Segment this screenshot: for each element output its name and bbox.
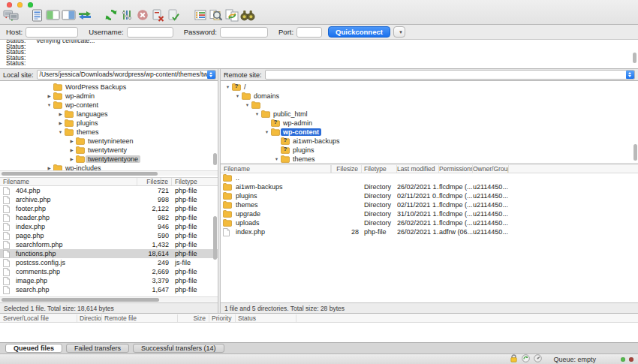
tree-row[interactable]: ▶ ? plugins bbox=[0, 119, 218, 128]
tree-row[interactable]: ▼ ? themes bbox=[221, 155, 638, 164]
column-header-owner-group[interactable]: Owner/Group bbox=[473, 165, 509, 173]
tree-row[interactable]: ▼ ? bbox=[221, 101, 638, 110]
remote-site-dropdown-icon[interactable] bbox=[626, 71, 634, 79]
column-header-size[interactable]: Size bbox=[178, 314, 209, 322]
username-input[interactable] bbox=[127, 27, 173, 38]
column-header-filename[interactable]: Filename ∧ bbox=[221, 165, 332, 173]
sync-status-icon[interactable] bbox=[522, 354, 530, 364]
expander-arrow-icon[interactable]: ▼ bbox=[56, 130, 65, 134]
queue-tab[interactable]: Successful transfers (14) bbox=[133, 344, 224, 353]
minimize-window-button[interactable] bbox=[17, 2, 23, 8]
column-header-remote-file[interactable]: Remote file bbox=[102, 314, 178, 322]
file-row[interactable]: plugins Directory 02/11/2021 0... flcdmp… bbox=[221, 191, 638, 200]
tree-row[interactable]: ▼ ? themes bbox=[0, 128, 218, 137]
file-row[interactable]: postcss.config.js 249 js-file bbox=[0, 258, 218, 267]
tree-row[interactable]: ▼ ? wp-content bbox=[221, 128, 638, 137]
remote-tree-vertical-scrollbar[interactable] bbox=[633, 144, 637, 161]
local-tree-vertical-scrollbar[interactable] bbox=[213, 153, 217, 165]
expander-arrow-icon[interactable]: ▶ bbox=[56, 121, 65, 125]
column-header-last-modified[interactable]: Last modified bbox=[397, 165, 439, 173]
host-input[interactable] bbox=[26, 27, 78, 38]
toggle-queue-icon[interactable] bbox=[77, 8, 92, 23]
tree-row[interactable]: ▶ ? wp-admin bbox=[0, 92, 218, 101]
file-row[interactable]: uploads Directory 26/02/2021 1... flcdmp… bbox=[221, 218, 638, 227]
tree-row[interactable]: ? ai1wm-backups bbox=[221, 137, 638, 146]
zoom-window-button[interactable] bbox=[28, 2, 33, 8]
remote-site-combo[interactable] bbox=[265, 70, 635, 80]
tree-row[interactable]: ▼ ? public_html bbox=[221, 110, 638, 119]
file-row[interactable]: search.php 1,647 php-file bbox=[0, 285, 218, 294]
close-window-button[interactable] bbox=[7, 2, 12, 8]
column-header-permissions[interactable]: Permissions bbox=[439, 165, 473, 173]
file-row[interactable]: image.php 3,379 php-file bbox=[0, 276, 218, 285]
cancel-icon[interactable] bbox=[134, 8, 150, 23]
quickconnect-dropdown-button[interactable]: ▼ bbox=[393, 26, 405, 38]
filter-icon[interactable] bbox=[192, 8, 208, 23]
queue-tab[interactable]: Queued files bbox=[5, 344, 62, 353]
disconnect-icon[interactable] bbox=[150, 8, 166, 23]
quickconnect-button[interactable]: Quickconnect bbox=[328, 26, 390, 38]
refresh-icon[interactable] bbox=[103, 8, 119, 23]
expander-arrow-icon[interactable]: ▼ bbox=[243, 103, 251, 107]
column-header-status[interactable]: Status bbox=[236, 314, 296, 322]
port-input[interactable] bbox=[296, 27, 322, 38]
column-header-filesize[interactable]: Filesize bbox=[137, 178, 172, 185]
expander-arrow-icon[interactable]: ▼ bbox=[272, 157, 281, 161]
tree-row[interactable]: ? WordPress Backups bbox=[0, 83, 218, 92]
file-row[interactable]: comments.php 2,669 php-file bbox=[0, 267, 218, 276]
file-row[interactable]: page.php 590 php-file bbox=[0, 231, 218, 240]
scrollbar-thumb[interactable] bbox=[2, 172, 158, 176]
expander-arrow-icon[interactable]: ▶ bbox=[68, 157, 76, 161]
file-row[interactable]: index.php 28 php-file 26/02/2021 1... ad… bbox=[221, 227, 638, 236]
local-list-horizontal-scrollbar[interactable] bbox=[0, 296, 218, 302]
toggle-remote-tree-icon[interactable] bbox=[61, 8, 77, 23]
expander-arrow-icon[interactable]: ▶ bbox=[56, 112, 65, 116]
encryption-lock-icon[interactable] bbox=[510, 354, 518, 364]
tree-row[interactable]: ▶ ? twentytwentyone bbox=[0, 155, 218, 164]
file-row[interactable]: functions.php 18,614 php-file bbox=[0, 249, 218, 258]
toggle-local-tree-icon[interactable] bbox=[45, 8, 61, 23]
column-header-filetype[interactable]: Filetype bbox=[172, 178, 218, 185]
toggle-log-icon[interactable] bbox=[29, 8, 45, 23]
directory-comparison-icon[interactable] bbox=[208, 8, 224, 23]
tree-row[interactable]: ? plugins bbox=[221, 146, 638, 155]
file-row[interactable]: .. bbox=[221, 173, 638, 182]
column-header-filesize[interactable]: Filesize bbox=[332, 165, 362, 173]
expander-arrow-icon[interactable]: ▶ bbox=[68, 148, 76, 152]
column-header-server-local-file[interactable]: Server/Local file bbox=[0, 314, 77, 322]
expander-arrow-icon[interactable]: ▼ bbox=[233, 94, 242, 98]
tree-row[interactable]: ▼ ? wp-content bbox=[0, 101, 218, 110]
tree-row[interactable]: ▶ ? twentynineteen bbox=[0, 137, 218, 146]
file-row[interactable]: header.php 982 php-file bbox=[0, 213, 218, 222]
tree-row[interactable]: ▼ ? / bbox=[221, 83, 638, 92]
file-row[interactable]: index.php 946 php-file bbox=[0, 222, 218, 231]
tree-row[interactable]: ▶ ? twentytwenty bbox=[0, 146, 218, 155]
expander-arrow-icon[interactable]: ▶ bbox=[45, 94, 53, 98]
process-queue-icon[interactable] bbox=[119, 8, 134, 23]
file-row[interactable]: upgrade Directory 31/10/2021 1... flcdmp… bbox=[221, 209, 638, 218]
reconnect-icon[interactable] bbox=[166, 8, 182, 23]
column-header-filetype[interactable]: Filetype bbox=[362, 165, 397, 173]
file-row[interactable]: footer.php 2,122 php-file bbox=[0, 204, 218, 213]
expander-arrow-icon[interactable]: ▼ bbox=[45, 103, 53, 107]
expander-arrow-icon[interactable]: ▼ bbox=[263, 130, 271, 134]
file-row[interactable]: ai1wm-backups Directory 26/02/2021 1... … bbox=[221, 182, 638, 191]
tree-row[interactable]: ? wp-admin bbox=[221, 119, 638, 128]
scrollbar-thumb[interactable] bbox=[2, 298, 159, 302]
local-tree-horizontal-scrollbar[interactable] bbox=[0, 170, 218, 176]
file-row[interactable]: archive.php 998 php-file bbox=[0, 195, 218, 204]
queue-tab[interactable]: Failed transfers bbox=[66, 344, 129, 353]
expander-arrow-icon[interactable]: ▼ bbox=[253, 112, 261, 116]
synchronized-browsing-icon[interactable] bbox=[224, 8, 239, 23]
expander-arrow-icon[interactable]: ▼ bbox=[224, 85, 232, 89]
column-header-direction[interactable]: Direction bbox=[77, 314, 102, 322]
log-vertical-scrollbar[interactable] bbox=[633, 53, 636, 63]
column-header-filename[interactable]: Filename bbox=[0, 178, 137, 185]
expander-arrow-icon[interactable]: ▶ bbox=[68, 139, 76, 143]
file-row[interactable]: themes Directory 02/11/2021 1... flcdmpe… bbox=[221, 200, 638, 209]
file-row[interactable]: searchform.php 1,432 php-file bbox=[0, 240, 218, 249]
column-header-priority[interactable]: Priority bbox=[209, 314, 236, 322]
file-row[interactable]: 404.php 721 php-file bbox=[0, 186, 218, 195]
site-manager-icon[interactable] bbox=[3, 8, 19, 23]
speed-limit-icon[interactable] bbox=[534, 354, 542, 364]
